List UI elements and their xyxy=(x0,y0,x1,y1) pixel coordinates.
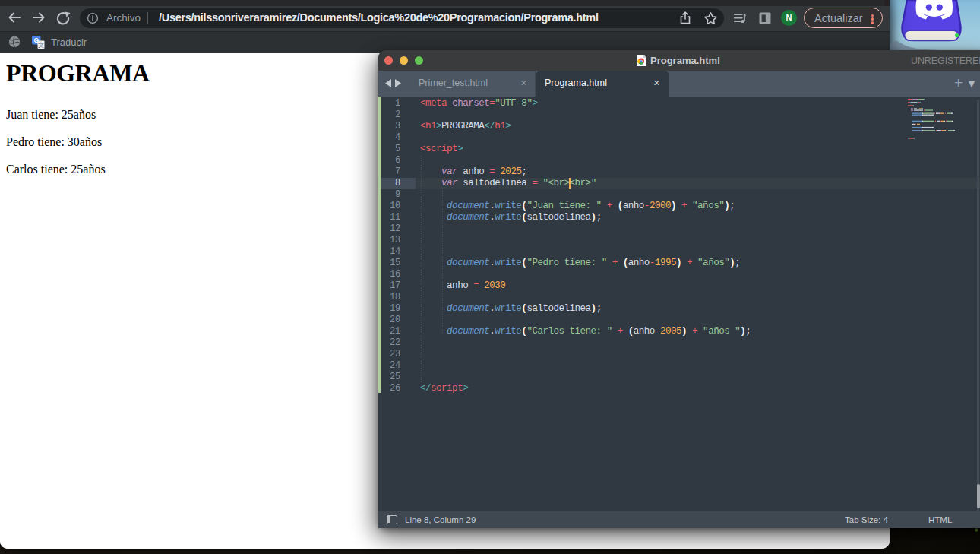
svg-text:文: 文 xyxy=(38,42,44,49)
